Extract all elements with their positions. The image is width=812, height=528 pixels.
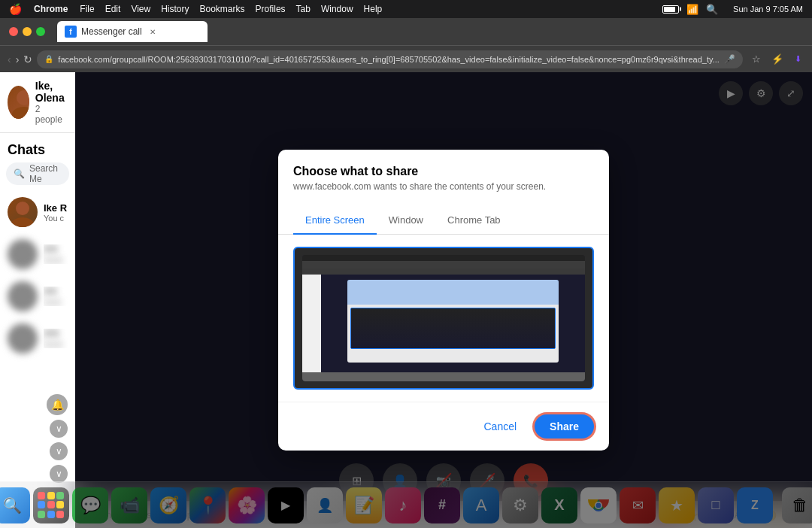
- chat-info: [44, 329, 68, 348]
- chat-preview: You c: [44, 214, 68, 223]
- mini-tabbar: [302, 261, 585, 269]
- mini-dialog-inner: [347, 280, 559, 363]
- dialog-header: Choose what to share www.facebook.com wa…: [278, 150, 609, 198]
- mini-dialog-header: [347, 280, 559, 305]
- dock-launchpad[interactable]: [33, 487, 69, 523]
- notification-bell-button[interactable]: 🔔: [47, 394, 68, 415]
- chevron-down-button-2[interactable]: ∨: [50, 442, 68, 460]
- chat-avatar-blurred: [8, 323, 38, 354]
- share-button[interactable]: Share: [535, 414, 594, 438]
- chats-label: Chats: [0, 133, 75, 162]
- dialog-footer: Cancel Share: [278, 402, 609, 451]
- forward-button[interactable]: ›: [16, 50, 20, 68]
- dialog-subtitle: www.facebook.com wants to share the cont…: [293, 181, 594, 192]
- mini-menubar: [302, 255, 585, 261]
- video-call-area: ▶ ⚙ ⤢ Choose what to share www.facebook.…: [75, 72, 812, 528]
- search-icon[interactable]: 🔍: [706, 4, 718, 15]
- menu-edit[interactable]: Edit: [105, 4, 121, 14]
- menubar-time: Sun Jan 9 7:05 AM: [733, 5, 803, 14]
- chat-avatar: [8, 197, 38, 227]
- search-icon: 🔍: [14, 168, 25, 179]
- window-minimize-button[interactable]: [23, 27, 32, 36]
- chat-item[interactable]: [0, 317, 75, 360]
- screen-preview-box[interactable]: [293, 247, 594, 390]
- menu-view[interactable]: View: [131, 4, 150, 14]
- chat-item[interactable]: [0, 275, 75, 317]
- chat-name: [44, 244, 58, 253]
- mini-dock-bar: [302, 372, 585, 381]
- chat-avatar-blurred: [8, 281, 38, 311]
- chat-preview: [44, 299, 62, 306]
- mini-screen-content: [351, 308, 555, 348]
- browser-tab[interactable]: f Messenger call ✕: [57, 21, 208, 42]
- downloads-icon[interactable]: ⬇: [789, 50, 807, 68]
- chevron-down-button-1[interactable]: ∨: [50, 420, 68, 438]
- menu-profiles[interactable]: Profiles: [256, 4, 286, 14]
- messenger-header-info: Ike, Olena 2 people: [35, 80, 68, 125]
- chat-item[interactable]: Ike R You c: [0, 191, 75, 233]
- tab-close-button[interactable]: ✕: [147, 26, 159, 38]
- chat-avatar-blurred: [8, 239, 38, 269]
- chat-info: Ike R You c: [44, 202, 68, 223]
- menubar-right: 📶 🔍 Sun Jan 9 7:05 AM: [662, 4, 803, 15]
- svg-point-2: [16, 202, 29, 215]
- reload-button[interactable]: ↻: [23, 50, 32, 68]
- browser-window: f Messenger call ✕ ‹ › ↻ 🔒 facebook.com/…: [0, 18, 812, 528]
- mic-icon[interactable]: 🎤: [724, 54, 735, 65]
- window-close-button[interactable]: [9, 27, 18, 36]
- dialog-content: [278, 235, 609, 402]
- menu-tab[interactable]: Tab: [296, 4, 311, 14]
- mini-sidebar-inner: [302, 275, 321, 372]
- extensions-icon[interactable]: ⚡: [768, 50, 786, 68]
- share-dialog-overlay: Choose what to share www.facebook.com wa…: [75, 72, 812, 528]
- mac-menubar: 🍎 Chrome File Edit View History Bookmark…: [0, 0, 812, 18]
- mini-browser: [302, 261, 585, 381]
- menu-file[interactable]: File: [80, 4, 94, 14]
- bookmark-star-icon[interactable]: ☆: [747, 50, 765, 68]
- tab-entire-screen[interactable]: Entire Screen: [293, 207, 377, 235]
- search-placeholder: Search Me: [29, 163, 62, 184]
- messenger-contact-sub: 2 people: [35, 104, 68, 125]
- dock-finder[interactable]: 🔍: [0, 487, 30, 523]
- chat-name: [44, 287, 57, 296]
- chevron-down-button-3[interactable]: ∨: [50, 465, 68, 483]
- battery-icon: [662, 5, 679, 14]
- tab-chrome-tab[interactable]: Chrome Tab: [435, 207, 513, 235]
- menubar-left: 🍎 Chrome File Edit View History Bookmark…: [9, 3, 382, 15]
- chat-preview: [44, 341, 63, 348]
- chat-name: [44, 329, 59, 338]
- chat-preview: [44, 256, 63, 264]
- chat-info: [44, 244, 68, 264]
- address-bar[interactable]: 🔒 facebook.com/groupcall/ROOM:2563930317…: [37, 50, 743, 68]
- apple-logo-icon[interactable]: 🍎: [9, 3, 22, 15]
- share-dialog: Choose what to share www.facebook.com wa…: [278, 150, 609, 451]
- menubar-app-name: Chrome: [34, 4, 68, 14]
- back-button[interactable]: ‹: [8, 50, 11, 68]
- chrome-titlebar: f Messenger call ✕: [0, 18, 812, 45]
- menu-history[interactable]: History: [161, 4, 189, 14]
- mini-screen-box: [350, 308, 556, 349]
- menubar-items: File Edit View History Bookmarks Profile…: [80, 4, 382, 14]
- svg-point-0: [17, 90, 29, 105]
- screen-preview-inner: [302, 255, 585, 381]
- dialog-title: Choose what to share: [293, 165, 594, 178]
- cancel-button[interactable]: Cancel: [473, 414, 527, 438]
- chat-item[interactable]: [0, 233, 75, 275]
- search-messages-bar[interactable]: 🔍 Search Me: [6, 162, 69, 185]
- messenger-contact-name: Ike, Olena: [35, 80, 68, 104]
- chat-info: [44, 287, 68, 306]
- tab-window[interactable]: Window: [377, 207, 435, 235]
- menu-bookmarks[interactable]: Bookmarks: [200, 4, 245, 14]
- chat-name: Ike R: [44, 202, 68, 214]
- window-maximize-button[interactable]: [36, 27, 45, 36]
- tab-favicon-icon: f: [65, 26, 77, 38]
- wifi-icon: 📶: [686, 4, 698, 15]
- svg-point-3: [11, 217, 34, 227]
- mini-toolbar: [302, 269, 585, 275]
- menu-window[interactable]: Window: [321, 4, 353, 14]
- svg-point-1: [12, 107, 29, 119]
- chrome-toolbar: ‹ › ↻ 🔒 facebook.com/groupcall/ROOM:2563…: [0, 45, 812, 72]
- chat-list: Ike R You c: [0, 191, 75, 388]
- menu-help[interactable]: Help: [364, 4, 383, 14]
- dialog-tabs: Entire Screen Window Chrome Tab: [278, 207, 609, 235]
